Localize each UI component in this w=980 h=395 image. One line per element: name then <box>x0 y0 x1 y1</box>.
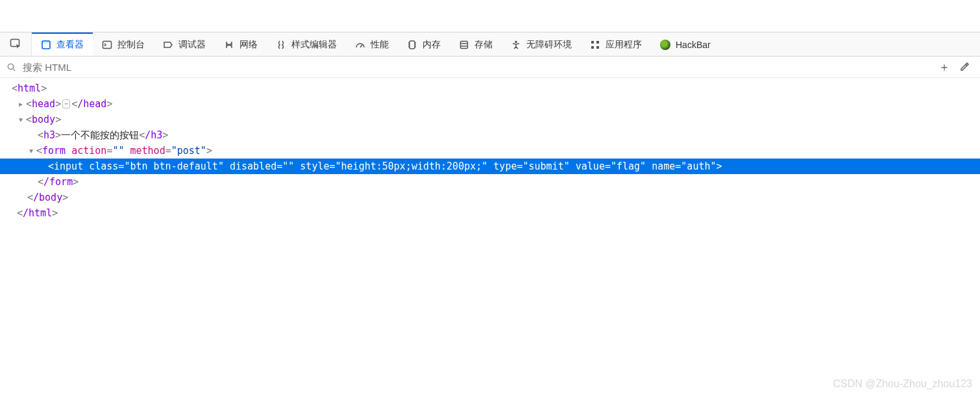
tab-label: HackBar <box>676 40 711 50</box>
tab-label: 存储 <box>474 39 493 51</box>
node-html-close[interactable]: </html> <box>0 205 980 221</box>
svg-rect-7 <box>591 41 594 44</box>
svg-rect-2 <box>42 41 50 44</box>
svg-point-11 <box>8 64 13 69</box>
hackbar-icon <box>660 40 670 50</box>
tab-label: 样式编辑器 <box>291 39 337 51</box>
inspector-icon <box>41 40 51 50</box>
tab-label: 控制台 <box>117 39 145 51</box>
tab-accessibility[interactable]: 无障碍环境 <box>502 32 581 56</box>
tab-performance[interactable]: 性能 <box>346 32 398 56</box>
memory-icon <box>407 40 417 50</box>
tab-debugger[interactable]: 调试器 <box>154 32 215 56</box>
storage-icon <box>459 40 469 50</box>
accessibility-icon <box>511 40 521 50</box>
svg-point-6 <box>515 41 517 44</box>
element-picker-button[interactable] <box>0 32 32 56</box>
expand-toggle[interactable]: ▸ <box>17 96 25 112</box>
tab-label: 应用程序 <box>606 39 642 51</box>
tab-network[interactable]: 网络 <box>215 32 267 56</box>
console-icon <box>102 40 112 50</box>
svg-rect-9 <box>591 46 594 49</box>
devtools-tabs: 查看器 控制台 调试器 网络 样式编辑器 <box>32 32 720 56</box>
tab-label: 内存 <box>423 39 441 51</box>
collapse-toggle[interactable]: ▾ <box>17 112 25 127</box>
tab-label: 查看器 <box>56 39 84 51</box>
node-head[interactable]: ▸ <head> ⋯ </head> <box>0 96 980 112</box>
style-editor-icon <box>276 40 286 50</box>
svg-rect-3 <box>103 42 112 49</box>
tab-label: 无障碍环境 <box>526 39 572 51</box>
tab-label: 调试器 <box>178 39 206 51</box>
node-body-open[interactable]: ▾ <body> <box>0 112 980 127</box>
search-icon <box>6 62 16 72</box>
collapse-toggle[interactable]: ▾ <box>27 143 35 159</box>
tab-memory[interactable]: 内存 <box>398 32 450 56</box>
tab-console[interactable]: 控制台 <box>93 32 154 56</box>
node-form-close[interactable]: </form> <box>0 174 980 190</box>
inspector-right-tools: ＋ <box>932 61 976 73</box>
add-node-button[interactable]: ＋ <box>938 61 950 73</box>
dom-tree[interactable]: <html> ▸ <head> ⋯ </head> ▾ <body> <h3>一… <box>0 78 980 223</box>
ellipsis-icon[interactable]: ⋯ <box>62 99 70 108</box>
node-html-open[interactable]: <html> <box>0 81 980 96</box>
debugger-icon <box>163 40 173 50</box>
picker-icon <box>10 38 21 50</box>
performance-icon <box>355 40 365 50</box>
tab-label: 性能 <box>371 39 389 51</box>
inspector-searchbar: ＋ <box>0 57 980 78</box>
svg-rect-4 <box>410 41 415 49</box>
network-icon <box>224 40 234 50</box>
page-content-area <box>0 0 980 32</box>
tab-storage[interactable]: 存储 <box>450 32 502 56</box>
tab-inspector[interactable]: 查看器 <box>32 32 93 56</box>
node-h3[interactable]: <h3>一个不能按的按钮</h3> <box>0 127 980 143</box>
svg-rect-5 <box>461 42 468 49</box>
tab-label: 网络 <box>239 39 258 51</box>
node-body-close[interactable]: </body> <box>0 190 980 205</box>
tab-hackbar[interactable]: HackBar <box>651 32 720 56</box>
tab-style-editor[interactable]: 样式编辑器 <box>267 32 346 56</box>
tab-application[interactable]: 应用程序 <box>581 32 651 56</box>
search-input[interactable] <box>21 61 932 73</box>
eyedropper-button[interactable] <box>959 62 970 72</box>
svg-rect-10 <box>596 46 599 49</box>
application-icon <box>590 40 600 50</box>
node-form-open[interactable]: ▾ <form action="" method="post"> <box>0 143 980 159</box>
svg-rect-8 <box>596 41 599 44</box>
node-input-selected[interactable]: <input class="btn btn-default" disabled=… <box>0 159 980 174</box>
devtools-toolbar: 查看器 控制台 调试器 网络 样式编辑器 <box>0 32 980 57</box>
